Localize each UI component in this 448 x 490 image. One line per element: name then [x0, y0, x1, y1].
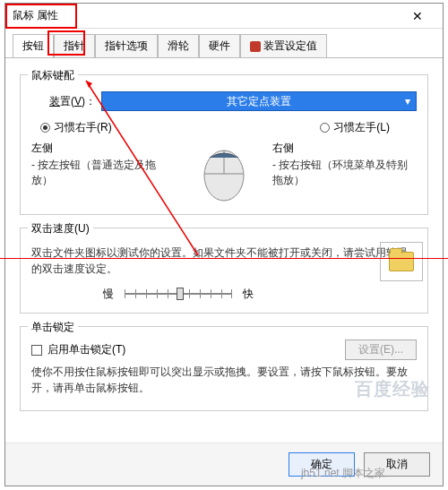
window-title: 鼠标 属性 — [13, 8, 400, 23]
tab-content: 鼠标键配 装置(V)： 其它定点装置 习惯右手(R) 习惯左手(L) 左侧 - … — [5, 58, 443, 443]
double-click-desc: 双击文件夹图标以测试你的设置。如果文件夹不能被打开或关闭，请尝试用较慢的双击速度… — [31, 245, 417, 277]
dialog-window: 鼠标 属性 ✕ 按钮 指针 指针选项 滑轮 硬件 装置设定值 鼠标键配 装置(V… — [4, 3, 444, 486]
left-side-desc: - 按左按钮（普通选定及拖放） — [31, 158, 176, 188]
tab-pointer[interactable]: 指针 — [54, 34, 95, 57]
fast-label: 快 — [243, 287, 254, 302]
device-dropdown[interactable]: 其它定点装置 — [101, 91, 417, 111]
clicklock-label: 启用单击锁定(T) — [47, 342, 125, 357]
slow-label: 慢 — [103, 287, 114, 302]
group-title: 单击锁定 — [28, 320, 78, 335]
mouse-image — [188, 141, 260, 203]
group-title: 双击速度(U) — [28, 221, 93, 236]
close-button[interactable]: ✕ — [400, 9, 435, 23]
right-side-desc: - 按右按钮（环境菜单及特别拖放） — [272, 158, 417, 188]
watermark-text: 百度经验 — [355, 377, 430, 401]
clicklock-checkbox[interactable] — [31, 345, 42, 356]
radio-right-hand[interactable]: 习惯右手(R) — [40, 120, 112, 135]
group-button-config: 鼠标键配 装置(V)： 其它定点装置 习惯右手(R) 习惯左手(L) 左侧 - … — [20, 74, 428, 215]
folder-icon — [389, 252, 414, 271]
tab-wheel[interactable]: 滑轮 — [158, 34, 199, 57]
titlebar: 鼠标 属性 ✕ — [5, 4, 443, 29]
clicklock-settings-button[interactable]: 设置(E)... — [345, 340, 417, 360]
radio-dot-icon — [320, 123, 330, 133]
test-folder-area[interactable] — [380, 242, 423, 281]
group-double-click: 双击速度(U) 双击文件夹图标以测试你的设置。如果文件夹不能被打开或关闭，请尝试… — [20, 228, 428, 314]
speed-slider[interactable] — [125, 286, 232, 302]
device-label: 装置(V)： — [49, 94, 96, 109]
radio-left-hand[interactable]: 习惯左手(L) — [320, 120, 390, 135]
tab-pointer-options[interactable]: 指针选项 — [95, 34, 158, 57]
watermark-footer: jb51.net 脚本之家 — [301, 466, 385, 481]
synaptics-icon — [250, 41, 261, 52]
tab-hardware[interactable]: 硬件 — [199, 34, 240, 57]
tab-strip: 按钮 指针 指针选项 滑轮 硬件 装置设定值 — [5, 29, 443, 58]
tab-device-settings[interactable]: 装置设定值 — [240, 34, 327, 57]
right-side-label: 右侧 — [272, 141, 417, 156]
radio-dot-icon — [40, 123, 50, 133]
group-title: 鼠标键配 — [28, 68, 78, 83]
left-side-label: 左侧 — [31, 141, 176, 156]
tab-buttons[interactable]: 按钮 — [13, 34, 54, 57]
